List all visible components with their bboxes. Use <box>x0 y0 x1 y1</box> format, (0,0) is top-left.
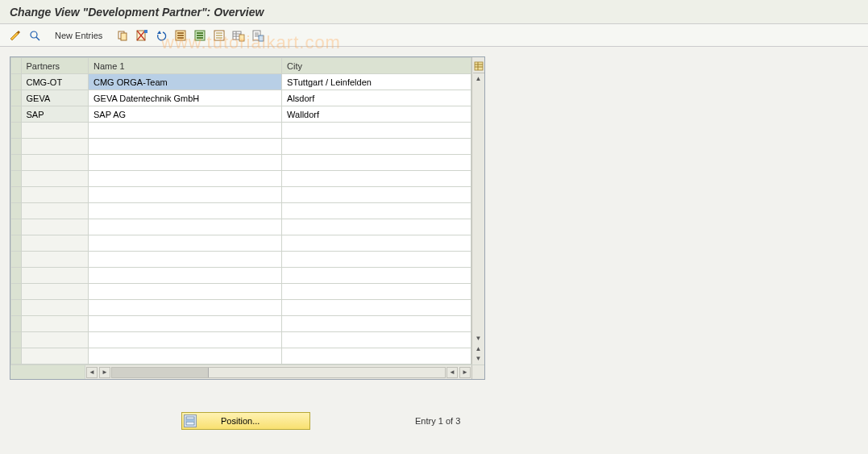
cell-partner-empty[interactable] <box>21 155 89 171</box>
cell-name-empty[interactable] <box>89 155 282 171</box>
scroll-right-icon[interactable]: ► <box>459 367 471 378</box>
print-icon[interactable] <box>251 28 265 43</box>
cell-city[interactable]: Walldorf <box>282 106 471 123</box>
hscroll-track[interactable] <box>111 367 446 378</box>
cell-name-empty[interactable] <box>89 300 282 316</box>
cell-city[interactable]: Alsdorf <box>282 90 471 106</box>
row-selector[interactable] <box>11 171 22 187</box>
scroll-left-icon[interactable]: ◄ <box>86 367 98 378</box>
cell-city-empty[interactable] <box>282 139 471 155</box>
col-header-city[interactable]: City <box>282 58 471 74</box>
row-selector[interactable] <box>11 252 22 268</box>
col-header-partners[interactable]: Partners <box>21 58 89 74</box>
deselect-all-icon[interactable] <box>212 28 226 43</box>
cell-name-empty[interactable] <box>89 203 282 219</box>
row-selector[interactable] <box>11 219 22 235</box>
cell-partner-empty[interactable] <box>21 203 89 219</box>
cell-name-empty[interactable] <box>89 268 282 284</box>
cell-name-empty[interactable] <box>89 348 282 364</box>
cell-city-empty[interactable] <box>282 203 471 219</box>
table-config-icon[interactable] <box>473 59 484 73</box>
cell-name-empty[interactable] <box>89 139 282 155</box>
row-selector[interactable] <box>11 284 22 300</box>
row-selector[interactable] <box>11 187 22 203</box>
row-selector[interactable] <box>11 268 22 284</box>
row-selector[interactable] <box>11 74 22 90</box>
cell-partner-empty[interactable] <box>21 252 89 268</box>
cell-city-empty[interactable] <box>282 155 471 171</box>
cell-city-empty[interactable] <box>282 300 471 316</box>
row-selector[interactable] <box>11 123 22 139</box>
cell-city-empty[interactable] <box>282 219 471 235</box>
table-settings-icon[interactable] <box>231 28 246 43</box>
row-selector[interactable] <box>11 235 22 252</box>
position-button[interactable]: Position... <box>181 412 310 430</box>
cell-partner-empty[interactable] <box>21 235 89 252</box>
hscroll-thumb[interactable] <box>112 368 209 377</box>
undo-change-icon[interactable] <box>154 28 168 43</box>
cell-partner-empty[interactable] <box>21 219 89 235</box>
row-selector[interactable] <box>11 203 22 219</box>
cell-city-empty[interactable] <box>282 284 471 300</box>
delete-icon[interactable] <box>135 28 149 43</box>
scroll-up-icon-2[interactable]: ▲ <box>474 344 484 353</box>
scroll-right-step-icon[interactable]: ► <box>99 367 110 378</box>
scroll-left-step-icon[interactable]: ◄ <box>446 367 458 378</box>
cell-partner[interactable]: GEVA <box>21 90 89 106</box>
vertical-scrollbar[interactable]: ▲ ▼ ▲ ▼ <box>471 57 484 364</box>
row-selector[interactable] <box>11 139 22 155</box>
cell-name-empty[interactable] <box>89 332 282 348</box>
cell-city-empty[interactable] <box>282 252 471 268</box>
cell-name-empty[interactable] <box>89 316 282 332</box>
toggle-display-change-icon[interactable] <box>8 28 23 43</box>
cell-partner-empty[interactable] <box>21 284 89 300</box>
cell-partner-empty[interactable] <box>21 139 89 155</box>
select-block-icon[interactable] <box>193 28 207 43</box>
row-selector[interactable] <box>11 155 22 171</box>
cell-partner[interactable]: CMG-OT <box>21 74 89 90</box>
row-selector[interactable] <box>11 316 22 332</box>
cell-name-empty[interactable] <box>89 219 282 235</box>
cell-name-empty[interactable] <box>89 252 282 268</box>
cell-city-empty[interactable] <box>282 171 471 187</box>
cell-partner-empty[interactable] <box>21 332 89 348</box>
row-selector[interactable] <box>11 90 22 106</box>
cell-partner-empty[interactable] <box>21 348 89 364</box>
cell-name-empty[interactable] <box>89 123 282 139</box>
row-selector[interactable] <box>11 300 22 316</box>
cell-partner-empty[interactable] <box>21 123 89 139</box>
cell-name-empty[interactable] <box>89 187 282 203</box>
scroll-up-icon[interactable]: ▲ <box>474 73 484 83</box>
cell-partner-empty[interactable] <box>21 316 89 332</box>
cell-partner-empty[interactable] <box>21 300 89 316</box>
cell-partner-empty[interactable] <box>21 268 89 284</box>
cell-partner-empty[interactable] <box>21 187 89 203</box>
cell-name[interactable]: GEVA Datentechnik GmbH <box>89 90 282 106</box>
horizontal-scrollbar[interactable]: ◄ ► ◄ ► <box>10 364 484 379</box>
cell-city[interactable]: STuttgart / Leinfelden <box>282 74 471 90</box>
row-selector[interactable] <box>11 348 22 364</box>
new-entries-button[interactable]: New Entries <box>50 29 107 42</box>
cell-city-empty[interactable] <box>282 332 471 348</box>
cell-city-empty[interactable] <box>282 348 471 364</box>
cell-partner[interactable]: SAP <box>21 106 89 123</box>
details-icon[interactable] <box>27 28 42 43</box>
select-all-icon[interactable] <box>173 28 188 43</box>
scroll-down-icon-2[interactable]: ▼ <box>474 353 484 363</box>
col-header-name[interactable]: Name 1 <box>89 58 282 74</box>
cell-name[interactable]: CMG ORGA-Team <box>89 74 282 90</box>
cell-city-empty[interactable] <box>282 316 471 332</box>
cell-name-empty[interactable] <box>89 235 282 252</box>
row-selector-header[interactable] <box>11 58 22 74</box>
row-selector[interactable] <box>11 106 22 123</box>
copy-as-icon[interactable] <box>115 28 130 43</box>
scroll-down-icon[interactable]: ▼ <box>474 333 484 343</box>
cell-city-empty[interactable] <box>282 268 471 284</box>
cell-name-empty[interactable] <box>89 284 282 300</box>
cell-city-empty[interactable] <box>282 187 471 203</box>
row-selector[interactable] <box>11 332 22 348</box>
cell-name[interactable]: SAP AG <box>89 106 282 123</box>
cell-name-empty[interactable] <box>89 171 282 187</box>
cell-partner-empty[interactable] <box>21 171 89 187</box>
cell-city-empty[interactable] <box>282 235 471 252</box>
